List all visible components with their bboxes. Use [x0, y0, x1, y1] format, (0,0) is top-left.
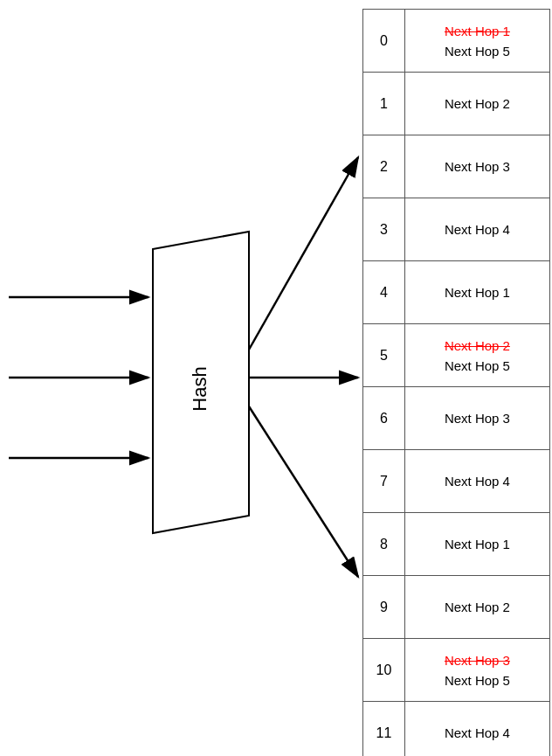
row-index: 1 [363, 73, 405, 135]
table-row: 2Next Hop 3 [363, 135, 550, 198]
hop-cell: Next Hop 4 [404, 198, 549, 261]
hop-label: Next Hop 5 [445, 357, 510, 375]
svg-text:Hash: Hash [189, 366, 210, 411]
table-row: 6Next Hop 3 [363, 387, 550, 450]
svg-line-8 [249, 157, 358, 350]
hop-label: Next Hop 1 [445, 537, 510, 551]
hop-label: Next Hop 3 [445, 159, 510, 174]
hop-cell: Next Hop 3Next Hop 5 [404, 639, 549, 702]
table-row: 10Next Hop 3Next Hop 5 [363, 639, 550, 702]
hop-label: Next Hop 2 [445, 96, 510, 111]
row-index: 11 [363, 702, 405, 757]
hop-label: Next Hop 4 [445, 725, 510, 740]
table-row: 5Next Hop 2Next Hop 5 [363, 324, 550, 387]
row-index: 0 [363, 10, 405, 73]
hop-cell: Next Hop 3 [404, 387, 549, 450]
row-index: 8 [363, 513, 405, 576]
table-row: 9Next Hop 2 [363, 576, 550, 639]
hop-cell: Next Hop 2Next Hop 5 [404, 324, 549, 387]
row-index: 7 [363, 450, 405, 513]
row-index: 4 [363, 261, 405, 324]
hop-label: Next Hop 2 [445, 336, 510, 355]
row-index: 2 [363, 135, 405, 198]
routing-table: 0Next Hop 1Next Hop 51Next Hop 22Next Ho… [362, 9, 550, 756]
hop-cell: Next Hop 1 [404, 513, 549, 576]
hop-label: Next Hop 5 [445, 671, 510, 690]
hop-cell: Next Hop 2 [404, 576, 549, 639]
hop-cell: Next Hop 4 [404, 450, 549, 513]
table-row: 1Next Hop 2 [363, 73, 550, 135]
table-row: 0Next Hop 1Next Hop 5 [363, 10, 550, 73]
svg-line-9 [249, 406, 358, 577]
row-index: 6 [363, 387, 405, 450]
hop-label: Next Hop 2 [445, 600, 510, 614]
hop-label: Next Hop 3 [445, 651, 510, 669]
table-row: 8Next Hop 1 [363, 513, 550, 576]
table-row: 7Next Hop 4 [363, 450, 550, 513]
hop-cell: Next Hop 2 [404, 73, 549, 135]
table-row: 11Next Hop 4 [363, 702, 550, 757]
table-row: 3Next Hop 4 [363, 198, 550, 261]
hop-label: Next Hop 4 [445, 222, 510, 237]
hop-label: Next Hop 4 [445, 474, 510, 489]
row-index: 5 [363, 324, 405, 387]
hop-label: Next Hop 3 [445, 411, 510, 426]
hop-cell: Next Hop 4 [404, 702, 549, 757]
row-index: 10 [363, 639, 405, 702]
table-row: 4Next Hop 1 [363, 261, 550, 324]
hop-label: Next Hop 5 [445, 42, 510, 60]
hop-label: Next Hop 1 [445, 285, 510, 300]
hop-cell: Next Hop 1 [404, 261, 549, 324]
row-index: 9 [363, 576, 405, 639]
hop-cell: Next Hop 1Next Hop 5 [404, 10, 549, 73]
row-index: 3 [363, 198, 405, 261]
hop-label: Next Hop 1 [445, 22, 510, 40]
hop-cell: Next Hop 3 [404, 135, 549, 198]
